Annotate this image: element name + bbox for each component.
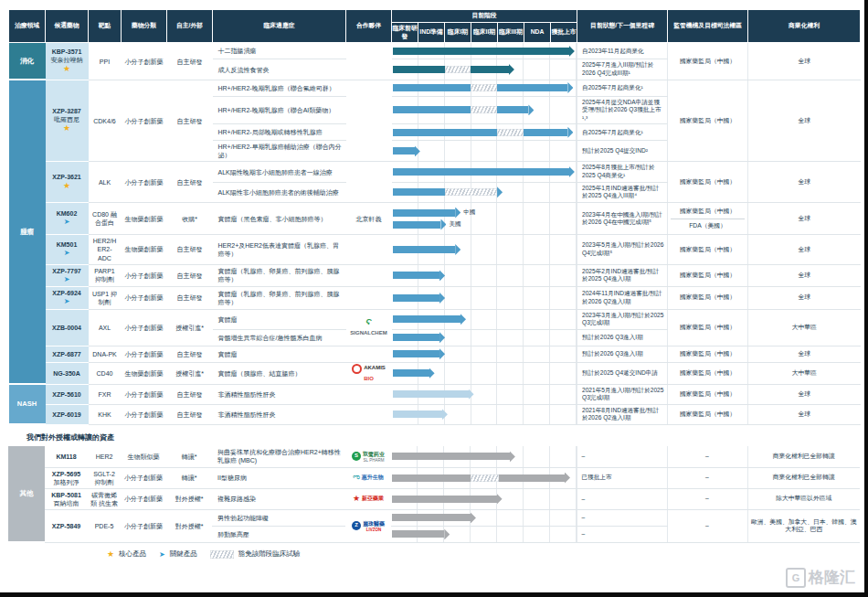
milestone-cell: 2021年8月IND通過審批/預計於2026 Q2進入I期 bbox=[577, 404, 668, 424]
candidate-cell: XZP-6924 bbox=[46, 287, 89, 309]
candidate-cell: XZP-3287吡羅西尼 bbox=[46, 80, 89, 162]
regulator-cell: 國家藥監局（中國） bbox=[668, 43, 748, 80]
group-label-nash: NASH bbox=[9, 384, 46, 424]
candidate-cell: KBP-3571安奈拉唑鈉 bbox=[46, 43, 89, 80]
rights-cell: 全球 bbox=[748, 404, 861, 424]
regulator-cell: 國家藥監局（中國） bbox=[668, 362, 748, 384]
target-cell: HER2 bbox=[88, 446, 121, 467]
candidate-cell: XZP-5610 bbox=[46, 384, 89, 404]
target-cell: KHK bbox=[89, 404, 122, 424]
indication-cell: HR+/HER2-晚期乳腺癌（聯合氟維司群） bbox=[213, 80, 346, 96]
milestone-cell: – bbox=[577, 488, 667, 509]
partner-cell bbox=[346, 404, 392, 424]
rights-cell: 全球 bbox=[748, 162, 861, 202]
partner-cell bbox=[346, 43, 392, 80]
class-cell: 生物藥創新藥 bbox=[122, 202, 167, 235]
group-label-other: 其他 bbox=[8, 446, 45, 542]
key-product-arrow-icon bbox=[159, 550, 165, 559]
table-header: 治療領域 候選藥物 靶點 藥物分類 自主/外部 臨床適應症 合作夥伴 目前階段 … bbox=[9, 10, 861, 43]
origin-cell: 自主研發 bbox=[167, 346, 213, 362]
stage-bar-cell bbox=[392, 141, 577, 162]
class-cell: 小分子創新藥 bbox=[122, 264, 167, 286]
rights-cell: 大中華區 bbox=[748, 309, 861, 346]
group-label-oncology: 腫瘤 bbox=[9, 80, 46, 384]
gelonghui-watermark: G格隆汇 bbox=[786, 567, 855, 588]
stage-bar-cell bbox=[392, 235, 577, 264]
col-header-milestone: 目前狀態/下一個里程碑 bbox=[577, 10, 668, 43]
stage-bar-cell bbox=[392, 329, 577, 346]
regulator-cell: 國家藥監局（中國） bbox=[668, 309, 748, 346]
indication-cell: 實體瘤（乳腺癌、卵巢癌、前列腺癌、胰腺癌等） bbox=[213, 264, 346, 286]
indication-cell: II型糖尿病 bbox=[212, 467, 345, 488]
stage-bar-cell bbox=[392, 80, 577, 96]
stage-bar-cell bbox=[392, 287, 577, 309]
candidate-cell: XZB-0004 bbox=[46, 309, 89, 346]
class-cell: 小分子創新藥 bbox=[122, 80, 167, 162]
milestone-cell: 2025年2月IND通過審批/預計於2025 Q4進入I期 bbox=[577, 264, 668, 286]
milestone-cell: – bbox=[577, 526, 667, 542]
target-cell: CD40 bbox=[89, 362, 122, 384]
regulator-cell: 國家藥監局（中國）FDA（美國） bbox=[668, 202, 748, 235]
origin-cell: 自主研發 bbox=[167, 235, 213, 264]
candidate-cell: XZP-6019 bbox=[46, 404, 89, 424]
partner-cell bbox=[346, 346, 392, 362]
indication-cell: 非酒精性脂肪性肝炎 bbox=[213, 384, 346, 404]
rights-cell: 除大中華區以外區域 bbox=[747, 488, 860, 509]
origin-cell: 自主研發 bbox=[167, 384, 213, 404]
rights-cell: 全球 bbox=[748, 287, 861, 309]
core-product-star-icon bbox=[63, 125, 70, 132]
partner-cell bbox=[346, 384, 392, 404]
milestone-cell: 2023年3月進入I期/預計於2025 Q3完成I期 bbox=[577, 309, 668, 329]
milestone-cell: – bbox=[577, 509, 667, 526]
target-cell: HER2/HER2-ADC bbox=[89, 235, 122, 264]
rights-cell: 全球 bbox=[748, 202, 861, 235]
livzon-disc-icon: Z bbox=[352, 521, 361, 530]
milestone-cell: 預計於2026 Q3進入I期 bbox=[577, 346, 668, 362]
partner-cell: ★新亞藥業 bbox=[345, 488, 391, 509]
milestone-cell: 自2025年7月起商業化¹ bbox=[577, 124, 668, 141]
stage-bar-cell bbox=[392, 124, 577, 141]
signalchem-logo: ϚSIGNALCHEM bbox=[347, 317, 391, 336]
milestone-cell: 2025年7月進入III期/預計於2026 Q4完成III期¹ bbox=[577, 59, 668, 80]
indication-cell: 十二指腸潰瘍 bbox=[213, 43, 346, 59]
regulator-cell: – bbox=[667, 488, 747, 509]
milestone-cell: 2021年5月進入I期/預計於2025 Q3完成I期 bbox=[577, 384, 668, 404]
key-product-arrow-icon bbox=[64, 298, 70, 304]
indication-cell: 與曲妥珠單抗和化療聯合治療HER2+轉移性乳腺癌 (MBC) bbox=[212, 446, 345, 467]
red-star-pharma-logo: ★新亞藥業 bbox=[346, 494, 390, 505]
target-cell: PPI bbox=[89, 43, 122, 80]
stage-header-approved: 獲批上市 bbox=[551, 22, 577, 43]
candidate-cell: XZP-5849 bbox=[45, 509, 88, 542]
regulator-cell: 國家藥監局（中國） bbox=[668, 80, 748, 162]
milestone-cell: 2024年11月IND通過審批/預計於2026 Q2進入I期 bbox=[577, 287, 668, 309]
huisheng-icon: ಌ bbox=[353, 473, 360, 482]
partner-cell bbox=[346, 287, 392, 309]
indication-cell: HR+/HER2-局部晚期或轉移性乳腺癌 bbox=[213, 124, 346, 141]
target-cell: CDK4/6 bbox=[89, 80, 122, 162]
key-product-arrow-icon bbox=[64, 219, 70, 225]
stage-bar-cell bbox=[392, 309, 577, 329]
huisheng-logo: ಌ惠升生物 bbox=[346, 473, 390, 482]
origin-cell: 自主研發 bbox=[167, 43, 213, 80]
candidate-cell: KM118 bbox=[45, 446, 88, 467]
col-header-rights: 商業化權利 bbox=[748, 10, 861, 43]
col-header-partner: 合作夥伴 bbox=[346, 10, 392, 43]
candidate-cell: XZP-3621 bbox=[46, 162, 89, 202]
partner-cell: Z麗珠醫藥LIVZON bbox=[345, 509, 391, 542]
regulator-cell: 國家藥監局（中國） bbox=[668, 404, 748, 424]
stage-bar-cell bbox=[392, 59, 577, 80]
stage-bar-cell: 中國美國 bbox=[392, 202, 577, 235]
stage-bar-cell bbox=[391, 467, 577, 488]
indication-cell: 非酒精性脂肪性肝炎 bbox=[213, 404, 346, 424]
class-cell: 小分子創新藥 bbox=[121, 509, 166, 542]
stage-bar-cell bbox=[392, 264, 577, 286]
candidate-cell: XZP-7797 bbox=[46, 264, 89, 286]
col-header-indication: 臨床適應症 bbox=[213, 10, 346, 43]
indication-cell: 男性勃起功能障礙 bbox=[212, 509, 345, 526]
core-product-star-icon bbox=[107, 549, 114, 559]
rights-cell: 商業化權利已全部轉讓 bbox=[747, 446, 860, 467]
core-product-star-icon bbox=[63, 66, 70, 72]
red-star-icon: ★ bbox=[353, 494, 360, 505]
indication-cell: 實體瘤 bbox=[213, 346, 346, 362]
group-label-digestive: 消化 bbox=[9, 43, 46, 80]
